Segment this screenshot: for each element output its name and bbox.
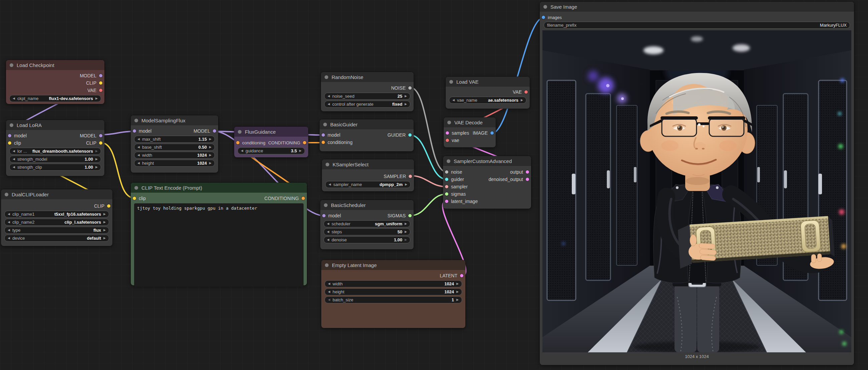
collapse-dot-icon[interactable] [134, 186, 138, 190]
increment-icon[interactable]: ▶ [209, 146, 212, 149]
port-latent-image-in[interactable] [445, 200, 448, 203]
widget-sampler-name[interactable]: ◀sampler_namedpmpp_2m▶ [325, 181, 411, 188]
decrement-icon[interactable]: ◀ [8, 213, 10, 216]
decrement-icon[interactable]: ◀ [137, 146, 140, 149]
decrement-icon[interactable]: ◀ [8, 237, 10, 240]
widget-batch-size[interactable]: ◀batch_size1▶ [324, 296, 462, 303]
node-clip-text-encode[interactable]: CLIP Text Encode (Prompt) clipCONDITIONI… [131, 183, 307, 285]
increment-icon[interactable]: ▶ [95, 158, 98, 161]
widget-strength-model[interactable]: ◀strength_model1.00▶ [9, 156, 101, 163]
port-images-in[interactable] [542, 16, 545, 19]
decrement-icon[interactable]: ◀ [328, 298, 330, 301]
decrement-icon[interactable]: ◀ [137, 154, 140, 157]
increment-icon[interactable]: ▶ [95, 150, 98, 153]
decrement-icon[interactable]: ◀ [8, 229, 10, 232]
port-model-out[interactable] [99, 134, 102, 137]
widget-base-shift[interactable]: ◀base_shift0.50▶ [134, 144, 215, 151]
node-random-noise[interactable]: RandomNoise NOISE ◀noise_seed25▶ ◀contro… [321, 72, 414, 111]
preview-image[interactable] [542, 30, 851, 352]
collapse-dot-icon[interactable] [325, 263, 329, 267]
collapse-dot-icon[interactable] [5, 193, 8, 196]
decrement-icon[interactable]: ◀ [13, 150, 15, 153]
port-conditioning-out[interactable] [303, 141, 306, 144]
increment-icon[interactable]: ▶ [209, 138, 212, 141]
increment-icon[interactable]: ▶ [95, 97, 98, 100]
decrement-icon[interactable]: ◀ [327, 230, 329, 233]
widget-device[interactable]: ◀devicedefault▶ [4, 235, 109, 242]
widget-ckpt-name[interactable]: ◀ckpt_nameflux1-dev.safetensors▶ [9, 95, 101, 102]
widget-control-after-generate[interactable]: ◀control after generatefixed▶ [324, 101, 410, 108]
node-load-checkpoint[interactable]: Load Checkpoint MODEL CLIP VAE ◀ckpt_nam… [6, 60, 104, 104]
collapse-dot-icon[interactable] [323, 123, 327, 126]
port-sampler-out[interactable] [409, 175, 412, 178]
widget-clip-name1[interactable]: ◀clip_name1t5xxl_fp16.safetensors▶ [4, 211, 109, 218]
port-clip-out[interactable] [99, 81, 102, 85]
increment-icon[interactable]: ▶ [103, 213, 106, 216]
decrement-icon[interactable]: ◀ [137, 162, 140, 165]
node-sampler-custom-advanced[interactable]: SamplerCustomAdvanced noiseoutput guider… [443, 156, 531, 209]
decrement-icon[interactable]: ◀ [328, 103, 330, 106]
node-vae-decode[interactable]: VAE Decode samplesIMAGE vae [444, 117, 496, 147]
node-empty-latent-image[interactable]: Empty Latent Image LATENT ◀width1024▶ ◀h… [321, 260, 465, 328]
widget-strength-clip[interactable]: ◀strength_clip1.00▶ [9, 164, 101, 171]
port-noise-in[interactable] [445, 170, 448, 174]
decrement-icon[interactable]: ◀ [8, 221, 10, 224]
increment-icon[interactable]: ▶ [299, 149, 302, 152]
collapse-dot-icon[interactable] [10, 63, 13, 67]
collapse-dot-icon[interactable] [324, 203, 328, 207]
widget-scheduler[interactable]: ◀schedulersgm_uniform▶ [323, 220, 410, 227]
port-sampler-in[interactable] [445, 185, 448, 188]
node-model-sampling-flux[interactable]: ModelSamplingFlux modelMODEL ◀max_shift1… [131, 115, 218, 173]
collapse-dot-icon[interactable] [134, 119, 138, 122]
widget-width[interactable]: ◀width1024▶ [134, 152, 215, 159]
collapse-dot-icon[interactable] [544, 5, 547, 9]
node-graph-canvas[interactable]: Load Checkpoint MODEL CLIP VAE ◀ckpt_nam… [0, 0, 868, 370]
port-model-in[interactable] [322, 214, 326, 217]
increment-icon[interactable]: ▶ [405, 103, 407, 106]
port-latent-out[interactable] [460, 274, 463, 277]
port-clip-in[interactable] [133, 197, 136, 200]
widget-denoise[interactable]: ◀denoise1.00▶ [323, 236, 410, 243]
port-clip-in[interactable] [8, 141, 11, 145]
port-output-out[interactable] [526, 170, 529, 174]
decrement-icon[interactable]: ◀ [328, 95, 330, 98]
increment-icon[interactable]: ▶ [405, 230, 407, 233]
port-vae-in[interactable] [446, 139, 449, 142]
increment-icon[interactable]: ▶ [103, 237, 106, 240]
increment-icon[interactable]: ▶ [103, 229, 106, 232]
node-ksampler-select[interactable]: KSamplerSelect SAMPLER ◀sampler_namedpmp… [322, 159, 414, 191]
increment-icon[interactable]: ▶ [95, 166, 98, 169]
port-sigmas-out[interactable] [408, 214, 412, 217]
increment-icon[interactable]: ▶ [405, 238, 407, 241]
collapse-dot-icon[interactable] [447, 121, 451, 124]
collapse-dot-icon[interactable] [450, 80, 453, 84]
widget-steps[interactable]: ◀steps50▶ [323, 228, 410, 235]
increment-icon[interactable]: ▶ [405, 95, 407, 98]
port-guider-out[interactable] [408, 133, 412, 137]
widget-vae-name[interactable]: ◀vae_nameae.safetensors▶ [449, 97, 526, 104]
node-save-image[interactable]: Save Image images filename_prefixMarkury… [540, 2, 854, 365]
port-clip-out[interactable] [107, 204, 111, 208]
collapse-dot-icon[interactable] [238, 130, 242, 134]
decrement-icon[interactable]: ◀ [13, 166, 15, 169]
decrement-icon[interactable]: ◀ [328, 282, 330, 285]
prompt-textarea[interactable]: tjtoy toy holding sparkgpu gpu in a data… [134, 203, 304, 287]
widget-lora-name[interactable]: ◀lor ...flux_dreambooth.safetensors▶ [9, 148, 101, 155]
decrement-icon[interactable]: ◀ [328, 290, 330, 293]
port-model-in[interactable] [133, 129, 136, 133]
port-noise-out[interactable] [408, 86, 412, 90]
port-conditioning-in[interactable] [321, 141, 325, 144]
node-basic-guider[interactable]: BasicGuider modelGUIDER conditioning [319, 119, 414, 152]
port-samples-in[interactable] [446, 131, 449, 135]
increment-icon[interactable]: ▶ [103, 221, 106, 224]
port-model-in[interactable] [321, 133, 325, 137]
collapse-dot-icon[interactable] [326, 163, 329, 166]
decrement-icon[interactable]: ◀ [13, 97, 15, 100]
increment-icon[interactable]: ▶ [209, 154, 212, 157]
port-vae-out[interactable] [524, 90, 528, 94]
decrement-icon[interactable]: ◀ [13, 158, 15, 161]
widget-width[interactable]: ◀width1024▶ [324, 280, 462, 287]
node-load-lora[interactable]: Load LoRA modelMODEL clipCLIP ◀lor ...fl… [6, 120, 104, 176]
port-vae-out[interactable] [99, 89, 102, 92]
increment-icon[interactable]: ▶ [405, 183, 407, 186]
